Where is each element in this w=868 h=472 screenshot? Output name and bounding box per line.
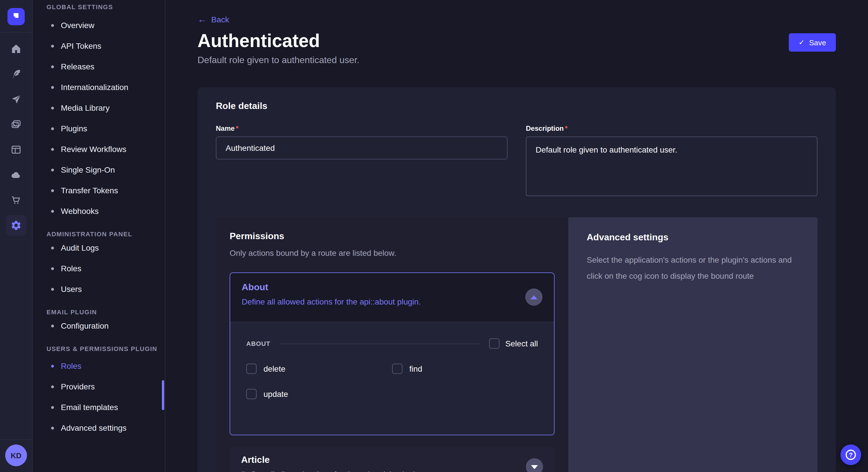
sidebar-item-admin-users[interactable]: Users (33, 279, 165, 299)
advanced-settings-title: Advanced settings (587, 232, 799, 243)
role-details-title: Role details (216, 101, 817, 111)
sidebar-item-up-roles[interactable]: Roles (33, 356, 165, 376)
avatar[interactable]: KD (5, 444, 27, 466)
sidebar-scrollbar-thumb[interactable] (162, 380, 164, 410)
update-checkbox[interactable] (246, 389, 257, 399)
nav-list-users-permissions: Roles Providers Email templates Advanced… (33, 356, 165, 438)
find-label: find (409, 364, 422, 373)
nav-list-email: Configuration (33, 315, 165, 336)
accordion-about-subtitle: Define all allowed actions for the api::… (242, 297, 542, 306)
action-delete: delete (246, 364, 392, 374)
required-asterisk: * (565, 125, 567, 133)
group-divider-line (280, 343, 480, 344)
about-group-row: ABOUT Select all (246, 338, 538, 349)
nav-list-administration: Audit Logs Roles Users (33, 237, 165, 299)
role-details-card: Role details Name* Description* Default … (197, 87, 836, 472)
sidebar-item-single-sign-on[interactable]: Single Sign-On (33, 160, 165, 180)
advanced-settings-body: Select the application's actions or the … (587, 252, 799, 284)
role-details-fields: Name* Description* Default role given to… (216, 123, 817, 198)
name-input[interactable] (216, 136, 507, 160)
back-link[interactable]: ← Back (197, 15, 229, 24)
accordion-article[interactable]: Article Define all allowed actions for t… (229, 447, 555, 472)
sidebar-item-api-tokens[interactable]: API Tokens (33, 36, 165, 56)
cart-icon[interactable] (9, 193, 23, 207)
chevron-up-icon (530, 295, 537, 299)
help-button[interactable]: ? (840, 444, 861, 465)
find-checkbox[interactable] (392, 364, 402, 374)
about-group-label: ABOUT (246, 340, 270, 347)
rail-icon-nav (0, 42, 32, 232)
description-label: Description* (526, 125, 567, 133)
layout-icon[interactable] (9, 143, 23, 157)
section-title-administration-panel: ADMINISTRATION PANEL (46, 222, 165, 237)
back-label: Back (211, 15, 229, 24)
strapi-settings-app: KD GLOBAL SETTINGS Overview API Tokens R… (0, 0, 868, 472)
section-title-users-permissions-plugin: USERS & PERMISSIONS PLUGIN (46, 336, 165, 352)
about-actions-grid: delete find update (246, 364, 538, 399)
permissions-advanced-grid: Permissions Only actions bound by a rout… (216, 217, 817, 472)
sidebar-item-admin-roles[interactable]: Roles (33, 258, 165, 279)
save-button[interactable]: ✓ Save (789, 33, 836, 52)
permissions-title: Permissions (229, 231, 555, 241)
chevron-down-icon (531, 465, 538, 469)
description-textarea[interactable]: Default role given to authenticated user… (526, 136, 817, 196)
update-label: update (264, 390, 288, 399)
advanced-settings-panel: Advanced settings Select the application… (568, 217, 817, 472)
sidebar-item-up-email-templates[interactable]: Email templates (33, 397, 165, 417)
nav-list-global: Overview API Tokens Releases Internation… (33, 15, 165, 222)
sidebar-item-internationalization[interactable]: Internationalization (33, 77, 165, 98)
name-field-group: Name* (216, 123, 507, 198)
accordion-about-title: About (242, 282, 542, 293)
back-arrow-icon: ← (197, 15, 207, 24)
permissions-panel: Permissions Only actions bound by a rout… (216, 217, 568, 472)
sidebar-item-email-configuration[interactable]: Configuration (33, 315, 165, 336)
images-icon[interactable] (9, 117, 23, 131)
sidebar-item-overview[interactable]: Overview (33, 15, 165, 36)
action-find: find (392, 364, 538, 374)
accordion-about-body: ABOUT Select all delete (230, 322, 554, 435)
action-update: update (246, 389, 392, 399)
sidebar-item-media-library[interactable]: Media Library (33, 98, 165, 118)
accordion-about-header[interactable]: About Define all allowed actions for the… (230, 273, 554, 322)
select-all-checkbox[interactable] (489, 338, 499, 349)
rail-divider-top (0, 32, 32, 33)
save-label: Save (809, 38, 826, 47)
required-asterisk: * (236, 125, 238, 133)
sidebar-item-review-workflows[interactable]: Review Workflows (33, 139, 165, 160)
sidebar-item-transfer-tokens[interactable]: Transfer Tokens (33, 180, 165, 201)
sidebar-item-up-providers[interactable]: Providers (33, 376, 165, 397)
gear-icon[interactable] (6, 215, 26, 236)
rail-divider-bottom (0, 439, 32, 440)
delete-checkbox[interactable] (246, 364, 257, 374)
section-title-global-settings: GLOBAL SETTINGS (46, 0, 165, 10)
page-subtitle: Default role given to authenticated user… (197, 55, 836, 65)
strapi-logo[interactable] (7, 8, 25, 25)
select-all-label: Select all (505, 339, 538, 348)
name-label: Name* (216, 125, 239, 133)
strapi-logo-icon (10, 10, 22, 24)
page-title: Authenticated (197, 30, 836, 52)
collapse-about-button[interactable] (525, 289, 542, 306)
nav-rail: KD (0, 0, 33, 472)
description-field-group: Description* Default role given to authe… (526, 123, 817, 198)
permissions-subtitle: Only actions bound by a route are listed… (229, 248, 555, 258)
settings-sidebar: GLOBAL SETTINGS Overview API Tokens Rele… (33, 0, 165, 472)
home-icon[interactable] (9, 42, 23, 56)
check-icon: ✓ (799, 38, 805, 46)
cloud-icon[interactable] (9, 168, 23, 182)
sidebar-item-releases[interactable]: Releases (33, 56, 165, 77)
sidebar-item-webhooks[interactable]: Webhooks (33, 201, 165, 222)
main-content: ← Back Authenticated Default role given … (165, 0, 868, 472)
sidebar-item-up-advanced-settings[interactable]: Advanced settings (33, 417, 165, 438)
feather-icon[interactable] (9, 67, 23, 81)
sidebar-item-audit-logs[interactable]: Audit Logs (33, 237, 165, 258)
accordion-about: About Define all allowed actions for the… (229, 272, 555, 435)
accordion-article-subtitle: Define all allowed actions for the api::… (241, 470, 543, 472)
send-icon[interactable] (9, 92, 23, 106)
section-title-email-plugin: EMAIL PLUGIN (46, 299, 165, 315)
accordion-article-title: Article (241, 455, 543, 465)
sidebar-item-plugins[interactable]: Plugins (33, 118, 165, 139)
delete-label: delete (264, 364, 285, 373)
help-question-icon: ? (846, 450, 856, 460)
